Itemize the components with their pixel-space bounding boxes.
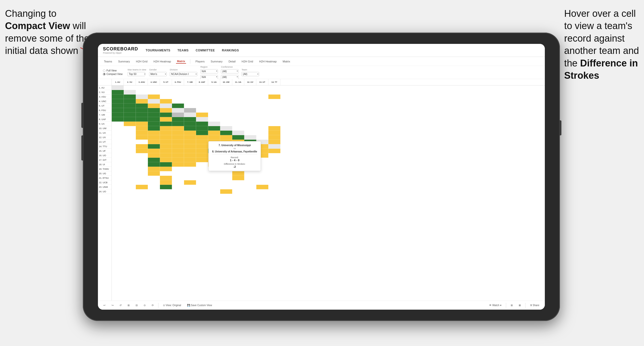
- cell-23-11[interactable]: [232, 185, 244, 189]
- cell-16-2[interactable]: [124, 153, 136, 158]
- cell-5-14[interactable]: [268, 104, 280, 108]
- cell-8-6[interactable]: [172, 117, 184, 122]
- cell-5-7[interactable]: [184, 104, 196, 108]
- cell-22-14[interactable]: [268, 180, 280, 185]
- cell-24-12[interactable]: [244, 189, 256, 194]
- cell-1-9[interactable]: [208, 85, 220, 90]
- cell-20-9[interactable]: [208, 171, 220, 176]
- cell-7-5[interactable]: [160, 113, 172, 117]
- cell-20-8[interactable]: [196, 171, 208, 176]
- cell-2-10[interactable]: [220, 90, 232, 95]
- cell-18-4[interactable]: [148, 162, 160, 167]
- cell-14-5[interactable]: [160, 144, 172, 149]
- cell-12-5[interactable]: [160, 135, 172, 140]
- cell-2-14[interactable]: [268, 90, 280, 95]
- cell-1-6[interactable]: [172, 85, 184, 90]
- cell-15-14[interactable]: [268, 149, 280, 153]
- cell-12-11[interactable]: [232, 135, 244, 140]
- cell-22-13[interactable]: [256, 180, 268, 185]
- division-select[interactable]: NCAA Division I: [170, 72, 197, 76]
- toolbar-icon-4[interactable]: ⊙: [142, 303, 147, 307]
- cell-14-2[interactable]: [124, 144, 136, 149]
- cell-17-8[interactable]: [196, 158, 208, 162]
- cell-3-5[interactable]: [160, 95, 172, 99]
- cell-16-14[interactable]: [268, 153, 280, 158]
- cell-11-10[interactable]: [220, 131, 232, 135]
- cell-12-10[interactable]: [220, 135, 232, 140]
- cell-2-1[interactable]: [112, 90, 124, 95]
- cell-10-13[interactable]: [256, 126, 268, 131]
- cell-9-14[interactable]: [268, 122, 280, 126]
- cell-5-4[interactable]: [148, 104, 160, 108]
- cell-23-3[interactable]: [136, 185, 148, 189]
- cell-22-5[interactable]: [160, 180, 172, 185]
- cell-6-7[interactable]: [184, 108, 196, 113]
- cell-8-9[interactable]: [208, 117, 220, 122]
- cell-20-4[interactable]: [148, 171, 160, 176]
- toolbar-icon-7[interactable]: ⊠: [517, 303, 522, 307]
- cell-1-1[interactable]: [112, 85, 124, 90]
- cell-4-13[interactable]: [256, 99, 268, 104]
- cell-11-5[interactable]: [160, 131, 172, 135]
- cell-3-3[interactable]: [136, 95, 148, 99]
- cell-8-3[interactable]: [136, 117, 148, 122]
- cell-9-2[interactable]: [124, 122, 136, 126]
- cell-22-8[interactable]: [196, 180, 208, 185]
- cell-21-5[interactable]: [160, 176, 172, 180]
- conference-select[interactable]: (All): [221, 69, 239, 73]
- cell-1-3[interactable]: [136, 85, 148, 90]
- cell-10-3[interactable]: [136, 126, 148, 131]
- cell-4-12[interactable]: [244, 99, 256, 104]
- cell-9-1[interactable]: [112, 122, 124, 126]
- cell-20-3[interactable]: [136, 171, 148, 176]
- cell-13-2[interactable]: [124, 140, 136, 144]
- cell-19-2[interactable]: [124, 167, 136, 171]
- cell-14-3[interactable]: [136, 144, 148, 149]
- cell-4-7[interactable]: [184, 99, 196, 104]
- toolbar-icon-3[interactable]: ⊟: [134, 303, 139, 307]
- cell-2-6[interactable]: [172, 90, 184, 95]
- cell-18-3[interactable]: [136, 162, 148, 167]
- cell-9-13[interactable]: [256, 122, 268, 126]
- cell-2-7[interactable]: [184, 90, 196, 95]
- conference-sub-select[interactable]: (All): [221, 75, 239, 79]
- cell-20-1[interactable]: [112, 171, 124, 176]
- cell-23-2[interactable]: [124, 185, 136, 189]
- cell-12-6[interactable]: [172, 135, 184, 140]
- tab-players-h2h-grid[interactable]: H2H Grid: [241, 59, 254, 63]
- cell-1-4[interactable]: [148, 85, 160, 90]
- cell-24-9[interactable]: [208, 189, 220, 194]
- cell-2-11[interactable]: [232, 90, 244, 95]
- tab-matrix[interactable]: Matrix: [176, 59, 186, 64]
- view-original-button[interactable]: ⊙ View: Original: [161, 303, 183, 307]
- cell-22-6[interactable]: [172, 180, 184, 185]
- toolbar-icon-6[interactable]: ⊞: [509, 303, 514, 307]
- cell-4-1[interactable]: [112, 99, 124, 104]
- cell-4-10[interactable]: [220, 99, 232, 104]
- cell-4-9[interactable]: [208, 99, 220, 104]
- cell-11-2[interactable]: [124, 131, 136, 135]
- cell-23-6[interactable]: [172, 185, 184, 189]
- cell-4-2[interactable]: [124, 99, 136, 104]
- cell-6-1[interactable]: [112, 108, 124, 113]
- region-select[interactable]: N/A: [200, 69, 218, 73]
- cell-11-7[interactable]: [184, 131, 196, 135]
- tab-players-h2h-heatmap[interactable]: H2H Heatmap: [258, 59, 278, 63]
- cell-14-14[interactable]: [268, 144, 280, 149]
- cell-11-3[interactable]: [136, 131, 148, 135]
- cell-22-2[interactable]: [124, 180, 136, 185]
- cell-9-8[interactable]: [196, 122, 208, 126]
- cell-21-14[interactable]: [268, 176, 280, 180]
- cell-7-2[interactable]: [124, 113, 136, 117]
- cell-24-8[interactable]: [196, 189, 208, 194]
- cell-21-12[interactable]: [244, 176, 256, 180]
- cell-20-14[interactable]: [268, 171, 280, 176]
- cell-15-2[interactable]: [124, 149, 136, 153]
- cell-20-10[interactable]: [220, 171, 232, 176]
- cell-11-12[interactable]: [244, 131, 256, 135]
- cell-24-13[interactable]: [256, 189, 268, 194]
- cell-5-2[interactable]: [124, 104, 136, 108]
- cell-5-1[interactable]: [112, 104, 124, 108]
- cell-15-5[interactable]: [160, 149, 172, 153]
- cell-21-13[interactable]: [256, 176, 268, 180]
